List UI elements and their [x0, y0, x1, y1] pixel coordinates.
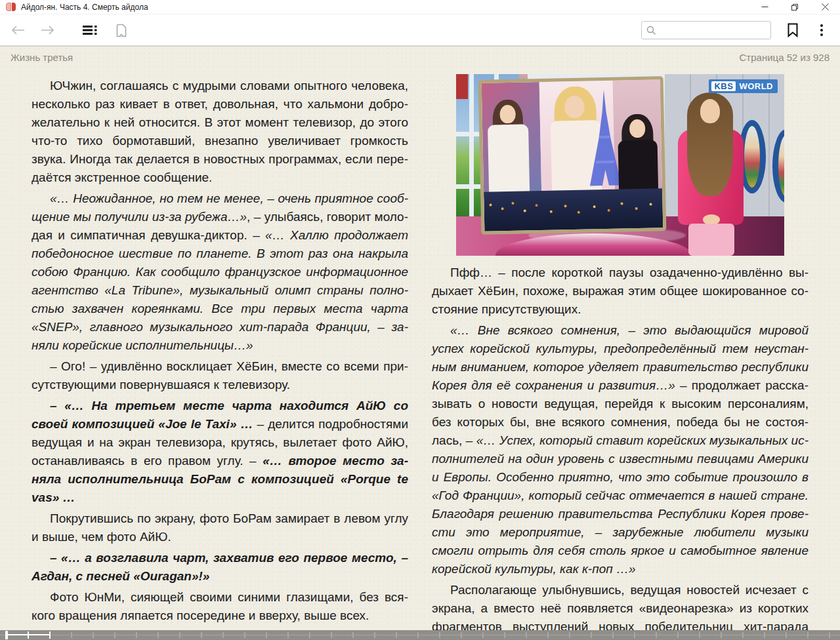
bookmark-button[interactable] — [780, 17, 806, 43]
slider-tick — [786, 632, 787, 638]
forward-button[interactable] — [35, 17, 61, 43]
app-icon — [6, 3, 16, 11]
kbs-world-logo: KBS WORLD — [709, 79, 778, 93]
slider-tick — [764, 632, 765, 638]
slider-tick — [396, 632, 397, 638]
page-header: Жизнь третья Страница 52 из 928 — [10, 52, 830, 65]
slider-tick — [71, 632, 72, 638]
back-arrow-icon — [10, 25, 25, 35]
bookmarks-list-button[interactable] — [108, 17, 135, 43]
slider-tick — [591, 632, 592, 638]
slider-tick — [829, 632, 830, 638]
bookmark-icon — [786, 22, 799, 38]
slider-tick — [742, 632, 744, 638]
toolbar — [0, 14, 840, 46]
slider-tick — [352, 632, 354, 638]
slider-tick — [547, 632, 549, 638]
slider-tick — [136, 632, 137, 638]
minimize-icon — [761, 3, 768, 10]
window-controls — [749, 0, 840, 14]
paragraph: ЮЧжин, соглашаясь с мудрыми словами опыт… — [32, 77, 408, 187]
slider-tick — [482, 632, 484, 638]
slider-tick — [244, 632, 245, 638]
paragraph: Фото ЮнМи, сияющей своими синими глазища… — [32, 588, 408, 625]
studio-screen — [478, 76, 667, 235]
slider-tick — [417, 632, 419, 638]
city-skyline — [484, 188, 663, 231]
slider-tick — [721, 632, 722, 638]
restore-icon — [791, 3, 799, 11]
minimize-button[interactable] — [749, 0, 780, 14]
close-button[interactable] — [810, 0, 840, 14]
slider-tick — [6, 631, 7, 639]
slider-tick — [461, 632, 462, 638]
page-indicator: Страница 52 из 928 — [740, 52, 830, 65]
forward-arrow-icon — [41, 25, 55, 35]
paragraph: Покрутившись по экрану, фото БоРам замир… — [32, 510, 408, 546]
back-button[interactable] — [5, 17, 31, 43]
news-anchor — [674, 92, 747, 256]
slider-tick — [677, 632, 679, 638]
page-slider[interactable] — [0, 630, 840, 640]
chapter-title: Жизнь третья — [10, 52, 73, 65]
slider-tick — [266, 632, 267, 638]
table-of-contents-icon — [83, 25, 97, 35]
text-column-left: ЮЧжин, соглашаясь с мудрыми словами опыт… — [32, 74, 408, 628]
slider-tick — [439, 632, 440, 638]
book-illustration: KBS WORLD — [456, 74, 784, 256]
search-icon — [646, 26, 656, 35]
book-page: Жизнь третья Страница 52 из 928 ЮЧжин, с… — [0, 46, 840, 630]
text-column-right: KBS WORLD Пфф… – после короткой паузы оз… — [432, 74, 808, 640]
restore-button[interactable] — [780, 0, 810, 14]
slider-tick — [309, 632, 310, 638]
slider-tick — [179, 632, 180, 638]
ebook-reader-window: { "window": { "title": "Айдол-ян. Часть … — [0, 0, 840, 640]
menu-button[interactable] — [808, 17, 835, 43]
slider-tick — [569, 632, 570, 638]
close-icon — [822, 3, 829, 10]
slider-tick — [49, 631, 51, 639]
slider-tick — [656, 632, 657, 638]
slider-tick — [287, 632, 289, 638]
paragraph: «… Вне всякого сомнения, – это выдающийс… — [432, 321, 808, 578]
titlebar: Айдол-ян. Часть 4. Смерть айдола — [0, 0, 840, 14]
bookmarks-list-icon — [114, 23, 129, 37]
slider-tick — [374, 632, 375, 638]
slider-tick — [504, 632, 505, 638]
slider-tick — [93, 632, 94, 638]
slider-tick — [634, 632, 635, 638]
slider-tick — [114, 632, 116, 638]
kebab-menu-icon — [820, 24, 823, 27]
slider-tick — [28, 631, 29, 639]
paragraph: Пфф… – после короткой паузы озадаченно-у… — [432, 264, 808, 319]
slider-tick — [807, 632, 808, 638]
studio-red-panel — [456, 74, 468, 99]
world-logo-text: WORLD — [739, 81, 773, 91]
search-input[interactable] — [641, 21, 771, 39]
slider-tick — [222, 632, 224, 638]
slider-tick — [526, 632, 527, 638]
paragraph: – «… а возглавила чарт, захватив его пер… — [32, 549, 408, 586]
kbs-logo-text: KBS — [711, 81, 736, 91]
slider-tick — [201, 632, 202, 638]
slider-tick — [158, 632, 159, 638]
paragraph: «… Неожиданное, но тем не менее, – очень… — [32, 190, 408, 355]
slider-tick — [331, 632, 332, 638]
search-box — [641, 21, 771, 39]
slider-tick — [612, 632, 614, 638]
paragraph: – Ого! – удивлённо восклицает ХёБин, вме… — [32, 357, 408, 394]
window-title: Айдол-ян. Часть 4. Смерть айдола — [21, 3, 148, 12]
paragraph: – «… На третьем месте чарта находится Ай… — [32, 397, 408, 507]
slider-tick — [699, 632, 700, 638]
table-of-contents-button[interactable] — [77, 17, 103, 43]
